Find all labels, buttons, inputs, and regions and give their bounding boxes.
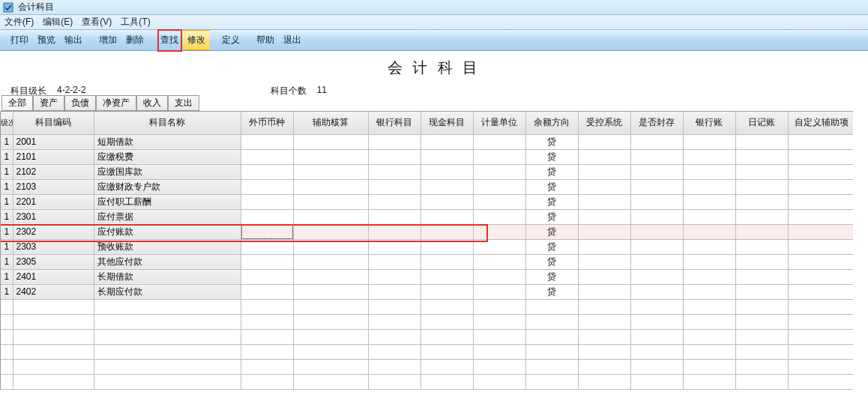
cell-direction[interactable]: 贷 [525, 239, 578, 254]
col-bank[interactable]: 银行科目 [368, 112, 421, 134]
cell-code[interactable]: 2402 [13, 284, 94, 299]
tab-net[interactable]: 净资产 [96, 95, 136, 111]
cell-direction[interactable]: 贷 [525, 269, 578, 284]
table-row[interactable]: 12001短期借款贷 [1, 134, 853, 149]
table-row[interactable]: 12102应缴国库款贷 [1, 164, 853, 179]
cell-name[interactable]: 长期借款 [94, 269, 241, 284]
cell-direction[interactable]: 贷 [525, 179, 578, 194]
cell-name[interactable]: 预收账款 [94, 239, 241, 254]
add-button[interactable]: 增加 [94, 30, 121, 50]
col-dir[interactable]: 余额方向 [525, 112, 578, 134]
cell-level[interactable]: 1 [1, 269, 13, 284]
cell-code[interactable]: 2201 [13, 194, 94, 209]
content-area: 会 计 科 目 科目级长 4-2-2-2 科目个数 11 全部 资产 负债 净资… [0, 51, 868, 390]
account-grid[interactable]: 级次 科目编码 科目名称 外币币种 辅助核算 银行科目 现金科目 计量单位 余额… [0, 111, 853, 390]
exit-button[interactable]: 退出 [279, 30, 306, 50]
cell-name[interactable]: 长期应付款 [94, 284, 241, 299]
cell-direction[interactable]: 贷 [525, 254, 578, 269]
cell-name[interactable]: 其他应付款 [94, 254, 241, 269]
cell-code[interactable]: 2302 [13, 224, 94, 239]
cell-level[interactable]: 1 [1, 179, 13, 194]
cell-code[interactable]: 2303 [13, 239, 94, 254]
cell-name[interactable]: 短期借款 [94, 134, 241, 149]
table-row [1, 374, 853, 389]
table-row[interactable]: 12301应付票据贷 [1, 209, 853, 224]
cell-direction[interactable]: 贷 [525, 284, 578, 299]
col-unit[interactable]: 计量单位 [473, 112, 525, 134]
table-row[interactable]: 12402长期应付款贷 [1, 284, 853, 299]
col-custom[interactable]: 自定义辅助项 [788, 112, 853, 134]
table-row[interactable]: 12103应缴财政专户款贷 [1, 179, 853, 194]
cell-level[interactable]: 1 [1, 209, 13, 224]
cell-level[interactable]: 1 [1, 224, 13, 239]
cell-name[interactable]: 应付账款 [94, 224, 241, 239]
app-root: 会计科目 文件(F) 编辑(E) 查看(V) 工具(T) 打印 预览 输出 增加… [0, 0, 868, 398]
cell-direction[interactable]: 贷 [525, 149, 578, 164]
cell-level[interactable]: 1 [1, 149, 13, 164]
cell-level[interactable]: 1 [1, 134, 13, 149]
account-count-value: 11 [317, 85, 327, 97]
cell-level[interactable]: 1 [1, 239, 13, 254]
tab-debt[interactable]: 负债 [64, 95, 96, 111]
table-row[interactable]: 12305其他应付款贷 [1, 254, 853, 269]
help-button[interactable]: 帮助 [252, 30, 279, 50]
tab-income[interactable]: 收入 [136, 95, 168, 111]
col-currency[interactable]: 外币币种 [241, 112, 293, 134]
cell-currency-editing[interactable] [241, 224, 293, 239]
cell-direction[interactable]: 贷 [525, 209, 578, 224]
cell-code[interactable]: 2401 [13, 269, 94, 284]
cell-name[interactable]: 应付票据 [94, 209, 241, 224]
cell-direction[interactable]: 贷 [525, 224, 578, 239]
define-button[interactable]: 定义 [217, 30, 244, 50]
cell-name[interactable]: 应缴税费 [94, 149, 241, 164]
table-row[interactable]: 12101应缴税费贷 [1, 149, 853, 164]
output-button[interactable]: 输出 [60, 30, 87, 50]
cell-direction[interactable]: 贷 [525, 134, 578, 149]
window-title: 会计科目 [18, 1, 54, 13]
delete-button[interactable]: 删除 [121, 30, 148, 50]
menu-file[interactable]: 文件(F) [4, 16, 34, 28]
modify-button[interactable]: 修改 [183, 30, 210, 50]
tab-asset[interactable]: 资产 [33, 95, 64, 111]
tab-all[interactable]: 全部 [1, 95, 33, 111]
col-level[interactable]: 级次 [1, 112, 13, 134]
col-aux[interactable]: 辅助核算 [293, 112, 368, 134]
menu-view[interactable]: 查看(V) [82, 16, 112, 28]
col-name[interactable]: 科目名称 [94, 112, 241, 134]
menu-edit[interactable]: 编辑(E) [43, 16, 73, 28]
cell-name[interactable]: 应付职工薪酬 [94, 194, 241, 209]
col-cash[interactable]: 现金科目 [421, 112, 473, 134]
cell-name[interactable]: 应缴国库款 [94, 164, 241, 179]
table-row [1, 299, 853, 314]
print-button[interactable]: 打印 [6, 30, 33, 50]
cell-level[interactable]: 1 [1, 254, 13, 269]
find-button[interactable]: 查找 [156, 30, 183, 50]
tab-expend[interactable]: 支出 [168, 95, 199, 111]
menu-tool[interactable]: 工具(T) [121, 16, 150, 28]
cell-code[interactable]: 2001 [13, 134, 94, 149]
cell-code[interactable]: 2102 [13, 164, 94, 179]
cell-code[interactable]: 2305 [13, 254, 94, 269]
col-ctrl[interactable]: 受控系统 [578, 112, 630, 134]
table-row[interactable]: 12302应付账款贷 [1, 224, 853, 239]
cell-level[interactable]: 1 [1, 194, 13, 209]
cell-direction[interactable]: 贷 [525, 164, 578, 179]
col-code[interactable]: 科目编码 [13, 112, 94, 134]
col-bankbook[interactable]: 银行账 [683, 112, 735, 134]
cell-level[interactable]: 1 [1, 164, 13, 179]
cell-direction[interactable]: 贷 [525, 194, 578, 209]
page-title: 会 计 科 目 [0, 51, 868, 84]
table-row[interactable]: 12303预收账款贷 [1, 239, 853, 254]
cell-code[interactable]: 2301 [13, 209, 94, 224]
cell-level[interactable]: 1 [1, 284, 13, 299]
table-row[interactable]: 12401长期借款贷 [1, 269, 853, 284]
preview-button[interactable]: 预览 [33, 30, 60, 50]
table-row[interactable]: 12201应付职工薪酬贷 [1, 194, 853, 209]
cell-name[interactable]: 应缴财政专户款 [94, 179, 241, 194]
table-row [1, 314, 853, 329]
cell-code[interactable]: 2103 [13, 179, 94, 194]
col-journal[interactable]: 日记账 [735, 112, 788, 134]
col-sealed[interactable]: 是否封存 [630, 112, 683, 134]
cell-code[interactable]: 2101 [13, 149, 94, 164]
toolbar: 打印 预览 输出 增加 删除 查找 修改 定义 帮助 退出 [0, 30, 868, 51]
